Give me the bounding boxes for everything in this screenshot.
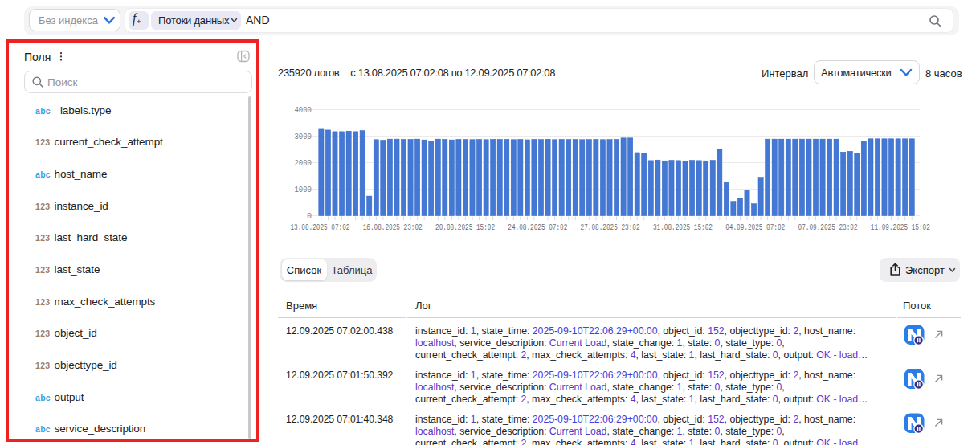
svg-text:1000: 1000: [295, 186, 312, 194]
svg-text:4000: 4000: [295, 106, 312, 115]
svg-text:07.09.2025 23:02: 07.09.2025 23:02: [798, 223, 858, 232]
svg-text:11.09.2025 15:02: 11.09.2025 15:02: [871, 223, 930, 232]
svg-text:16.08.2025 23:02: 16.08.2025 23:02: [363, 223, 423, 232]
svg-text:2000: 2000: [295, 159, 312, 168]
svg-text:3000: 3000: [295, 133, 312, 141]
svg-text:31.08.2025 15:02: 31.08.2025 15:02: [653, 223, 713, 232]
svg-text:24.08.2025 07:02: 24.08.2025 07:02: [508, 223, 567, 232]
svg-text:27.08.2025 23:02: 27.08.2025 23:02: [581, 223, 640, 232]
svg-text:0: 0: [307, 212, 312, 221]
svg-text:13.08.2025 07:02: 13.08.2025 07:02: [290, 223, 349, 232]
svg-text:20.08.2025 15:02: 20.08.2025 15:02: [435, 223, 495, 232]
svg-text:04.09.2025 07:02: 04.09.2025 07:02: [725, 223, 785, 232]
